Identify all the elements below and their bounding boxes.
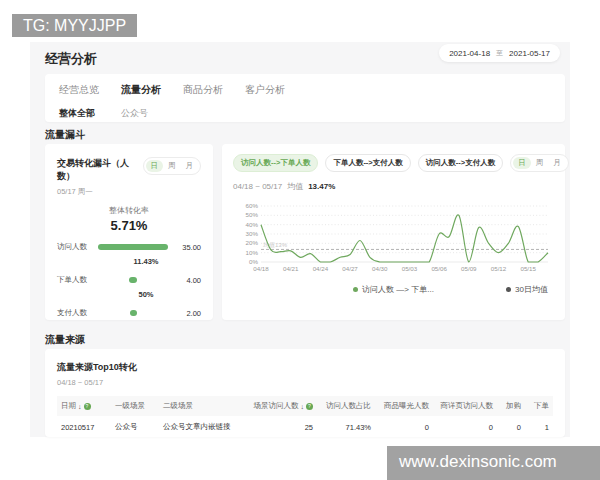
chart-tick-label: 05/09 <box>461 265 477 272</box>
trend-range-label: 04/18 ~ 05/17 <box>233 182 282 191</box>
funnel-bar <box>98 244 168 250</box>
table-cell: 0 <box>497 422 525 432</box>
table-header-row: 日期↓?一级场景二级场景场景访问人数↓?访问人数占比商品曝光人数商详页访问人数加… <box>57 396 553 416</box>
chart-tick-label: 10% <box>246 249 259 256</box>
period-option[interactable]: 月 <box>548 157 566 169</box>
chart-tick-label: 60% <box>246 202 259 209</box>
date-separator: 至 <box>496 48 503 58</box>
table-header-cell: 访问人数占比 <box>317 401 375 411</box>
tab-item[interactable]: 经营总览 <box>59 83 99 97</box>
funnel-step: 支付人数2.00 <box>57 308 201 318</box>
legend-label: 30日均值 <box>515 284 548 295</box>
legend-label: 访问人数 —> 下单... <box>362 284 434 295</box>
chart-tick-label: 05/06 <box>431 265 447 272</box>
table-header-cell: 下单 <box>525 401 553 411</box>
funnel-period-toggle[interactable]: 日周月 <box>143 157 202 175</box>
chart-tick-label: 40% <box>246 221 259 228</box>
section-title-source: 流量来源 <box>45 333 85 347</box>
funnel-step-label: 支付人数 <box>57 308 93 318</box>
column-label: 一级场景 <box>115 401 145 411</box>
funnel-conversion-rate: 50% <box>57 290 201 299</box>
legend-item[interactable]: 访问人数 —> 下单... <box>353 284 434 295</box>
table-cell: 1 <box>525 422 553 432</box>
metric-pill-row: 访问人数-->下单人数下单人数-->支付人数访问人数-->支付人数日周月 <box>233 154 554 172</box>
date-range-picker[interactable]: 2021-04-18 至 2021-05-17 <box>439 44 560 62</box>
column-label: 加购 <box>506 401 521 411</box>
line-chart-svg: 0%10%20%30%40%50%60%04/1804/2104/2404/27… <box>233 193 554 279</box>
table-cell: 71.43% <box>317 422 375 432</box>
chart-legend: 访问人数 —> 下单...30日均值 <box>233 284 554 295</box>
period-option[interactable]: 日 <box>513 157 531 169</box>
mean-value: 13.47% <box>308 182 335 191</box>
funnel-bar-zone <box>93 277 173 283</box>
mean-label: 均值 <box>287 181 303 192</box>
table-header-cell[interactable]: 日期↓? <box>57 401 111 411</box>
chart-tick-label: 30% <box>246 230 259 237</box>
traffic-source-card: 流量来源Top10转化 04/18 ~ 05/17 日期↓?一级场景二级场景场景… <box>45 349 565 437</box>
sort-desc-icon[interactable]: ↓ <box>78 403 82 410</box>
table-cell: 25 <box>247 422 317 432</box>
table-header-cell: 加购 <box>497 401 525 411</box>
tab-item[interactable]: 客户分析 <box>245 83 285 97</box>
section-title-funnel: 流量漏斗 <box>45 128 85 142</box>
sort-desc-icon[interactable]: ↓ <box>301 403 305 410</box>
help-icon[interactable]: ? <box>84 403 91 410</box>
column-label: 场景访问人数 <box>254 401 299 411</box>
legend-dot-icon <box>506 287 511 292</box>
overall-rate-value: 5.71% <box>57 218 201 233</box>
metric-pill[interactable]: 下单人数-->支付人数 <box>325 154 410 172</box>
chart-tick-label: 0% <box>249 258 258 265</box>
metric-pill[interactable]: 访问人数-->支付人数 <box>418 154 503 172</box>
table-cell: 20210517 <box>57 422 111 432</box>
period-option[interactable]: 周 <box>531 157 549 169</box>
chart-tick-label: 04/18 <box>253 265 269 272</box>
watermark-top: TG: MYYJJPP <box>12 14 137 37</box>
table-header-cell: 二级场景 <box>159 401 247 411</box>
table-header-cell: 商品曝光人数 <box>375 401 433 411</box>
chart-tick-label: 04/21 <box>283 265 299 272</box>
table-cell: 公众号 <box>111 422 159 432</box>
filter-item[interactable]: 整体全部 <box>59 107 95 120</box>
period-option[interactable]: 周 <box>163 160 181 172</box>
funnel-card: 交易转化漏斗（人数） 05/17 周一 日周月 整体转化率 5.71% 访问人数… <box>45 144 213 320</box>
chart-tick-label: 04/24 <box>313 265 329 272</box>
table-cell: 0 <box>375 422 433 432</box>
funnel-bar-zone <box>93 244 173 250</box>
tab-item[interactable]: 流量分析 <box>121 83 161 97</box>
chart-tick-label: 20% <box>246 239 259 246</box>
funnel-card-subtitle: 05/17 周一 <box>57 187 143 197</box>
column-label: 日期 <box>61 401 76 411</box>
source-card-subtitle: 04/18 ~ 05/17 <box>57 378 553 387</box>
date-end: 2021-05-17 <box>509 49 550 58</box>
table-cell: 0 <box>433 422 497 432</box>
trend-line-chart: 0%10%20%30%40%50%60%04/1804/2104/2404/27… <box>233 193 554 283</box>
column-label: 商品曝光人数 <box>384 401 429 411</box>
period-option[interactable]: 月 <box>181 160 199 172</box>
funnel-conversion-rate: 11.43% <box>57 257 201 266</box>
watermark-bottom: www.dexinsonic.com <box>387 446 600 480</box>
period-option[interactable]: 日 <box>146 160 164 172</box>
help-icon[interactable]: ? <box>306 403 313 410</box>
legend-dot-icon <box>353 287 358 292</box>
chart-tick-label: 05/12 <box>491 265 507 272</box>
funnel-step: 下单人数4.00 <box>57 275 201 285</box>
chart-tick-label: 04/30 <box>372 265 388 272</box>
funnel-step-value: 4.00 <box>173 276 201 285</box>
legend-item[interactable]: 30日均值 <box>506 284 548 295</box>
page-title: 经营分析 <box>45 50 97 68</box>
date-start: 2021-04-18 <box>449 49 490 58</box>
mean-line-label: 均值13% <box>262 242 288 248</box>
channel-filters: 整体全部公众号 <box>59 107 551 120</box>
funnel-bar <box>130 310 137 316</box>
trend-period-toggle[interactable]: 日周月 <box>510 154 569 172</box>
chart-tick-label: 04/27 <box>342 265 358 272</box>
metric-pill[interactable]: 访问人数-->下单人数 <box>233 154 318 172</box>
funnel-step: 访问人数35.00 <box>57 242 201 252</box>
funnel-card-title: 交易转化漏斗（人数） <box>57 157 143 183</box>
table-cell: 公众号文章内嵌链接 <box>159 422 247 432</box>
table-header-cell[interactable]: 场景访问人数↓? <box>247 401 317 411</box>
filter-item[interactable]: 公众号 <box>121 107 148 120</box>
table-header-cell: 一级场景 <box>111 401 159 411</box>
funnel-step-label: 访问人数 <box>57 242 93 252</box>
tab-item[interactable]: 商品分析 <box>183 83 223 97</box>
